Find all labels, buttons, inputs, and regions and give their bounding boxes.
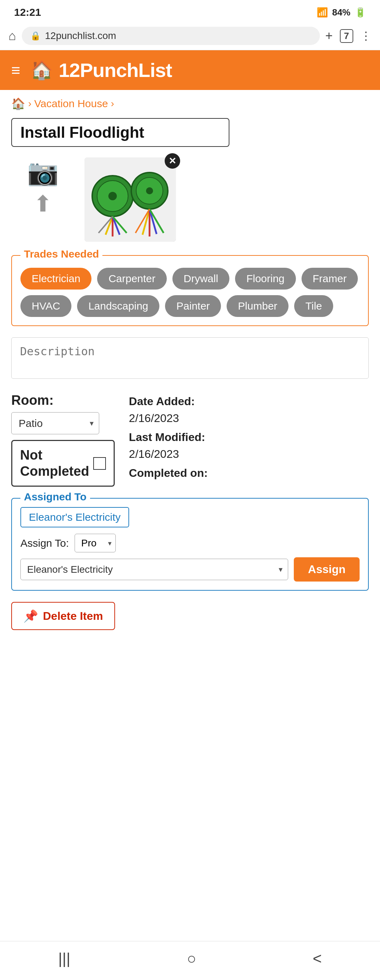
hamburger-icon[interactable]: ≡ (11, 62, 21, 78)
status-time: 12:21 (14, 6, 41, 18)
image-section: 📷 ⬆ (0, 154, 380, 251)
assigned-to-label: Assigned To (21, 491, 90, 503)
image-thumbnail (85, 158, 176, 242)
status-icons: 📶 84% 🔋 (317, 7, 366, 18)
pro-select-wrapper: Pro DIY ▾ (75, 534, 116, 552)
nav-back[interactable]: < (313, 950, 322, 967)
breadcrumb-project[interactable]: Vacation House (34, 98, 108, 110)
browser-menu-icon[interactable]: ⋮ (360, 29, 372, 43)
svg-point-6 (146, 187, 153, 194)
browser-url-box[interactable]: 🔒 12punchlist.com (22, 27, 320, 45)
pushpin-icon: 📌 (23, 609, 38, 623)
camera-icon: 📷 (27, 158, 59, 187)
trades-chips-container: Electrician Carpenter Drywall Flooring F… (21, 268, 359, 317)
date-added-value: 2/16/2023 (129, 412, 179, 425)
app-logo: 🏠 12PunchList (30, 59, 172, 81)
assign-dropdown-row: Eleanor's Electricity Other Pro ▾ Assign (21, 557, 359, 582)
assign-to-text: Assign To: (21, 537, 69, 549)
battery-indicator: 84% (332, 7, 350, 18)
browser-tab-count[interactable]: 7 (340, 29, 353, 43)
browser-bar: ⌂ 🔒 12punchlist.com + 7 ⋮ (0, 22, 380, 50)
status-bar: 12:21 📶 84% 🔋 (0, 0, 380, 22)
description-section (0, 334, 380, 390)
trade-chip-flooring[interactable]: Flooring (235, 268, 295, 290)
breadcrumb-home-icon[interactable]: 🏠 (11, 97, 26, 110)
delete-item-label: Delete Item (43, 609, 103, 623)
room-column: Room: Patio Living Room Kitchen Bedroom … (11, 393, 115, 487)
browser-add-tab[interactable]: + (326, 29, 333, 43)
completed-on-row: Completed on: (129, 465, 369, 481)
trade-chip-tile[interactable]: Tile (294, 295, 333, 317)
date-added-row: Date Added: 2/16/2023 (129, 393, 369, 426)
trades-section: Trades Needed Electrician Carpenter Dryw… (11, 255, 369, 326)
task-title-input[interactable] (11, 118, 229, 147)
upload-icon: ⬆ (34, 191, 53, 217)
trade-chip-framer[interactable]: Framer (302, 268, 358, 290)
svg-point-3 (109, 192, 117, 200)
trades-section-label: Trades Needed (21, 248, 102, 260)
trade-chip-plumber[interactable]: Plumber (227, 295, 289, 317)
battery-icon: 🔋 (354, 7, 366, 18)
breadcrumb-sep-2: › (111, 98, 114, 109)
wifi-icon: 📶 (317, 7, 328, 18)
title-section (0, 114, 380, 154)
nav-home[interactable]: ○ (187, 950, 196, 967)
last-modified-row: Last Modified: 2/16/2023 (129, 429, 369, 462)
browser-actions: + 7 ⋮ (326, 29, 372, 43)
assigned-to-section: Assigned To Eleanor's Electricity Assign… (11, 498, 369, 591)
assign-button[interactable]: Assign (294, 557, 359, 582)
trade-chip-carpenter[interactable]: Carpenter (97, 268, 166, 290)
room-select[interactable]: Patio Living Room Kitchen Bedroom Bathro… (11, 412, 99, 434)
trade-chip-painter[interactable]: Painter (165, 295, 221, 317)
trade-chip-landscaping[interactable]: Landscaping (77, 295, 160, 317)
browser-home-icon[interactable]: ⌂ (8, 29, 16, 43)
trade-chip-electrician[interactable]: Electrician (21, 268, 91, 290)
image-remove-button[interactable]: ✕ (164, 153, 180, 169)
nav-recent-apps[interactable]: ||| (58, 950, 70, 967)
description-input[interactable] (11, 337, 369, 379)
logo-house-icon: 🏠 (30, 59, 53, 81)
completed-on-label: Completed on: (129, 467, 208, 479)
app-header: ≡ 🏠 12PunchList (0, 50, 380, 90)
assign-to-row: Assign To: Pro DIY ▾ (21, 534, 359, 552)
not-completed-text: NotCompleted (20, 447, 89, 479)
assign-dropdown[interactable]: Eleanor's Electricity Other Pro (21, 559, 288, 580)
app-logo-text: 12PunchList (59, 59, 172, 81)
last-modified-label: Last Modified: (129, 431, 205, 444)
last-modified-value: 2/16/2023 (129, 448, 179, 460)
trade-chip-hvac[interactable]: HVAC (21, 295, 72, 317)
lock-icon: 🔒 (30, 31, 41, 41)
completed-checkbox[interactable] (93, 457, 106, 470)
pro-select[interactable]: Pro DIY (75, 534, 116, 552)
upload-placeholder[interactable]: 📷 ⬆ (11, 158, 75, 217)
breadcrumb-sep-1: › (28, 98, 31, 109)
room-label: Room: (11, 393, 115, 408)
browser-url: 12punchlist.com (45, 30, 116, 41)
room-status-section: Room: Patio Living Room Kitchen Bedroom … (0, 390, 380, 495)
delete-item-button[interactable]: 📌 Delete Item (11, 602, 115, 630)
assigned-current-tag[interactable]: Eleanor's Electricity (21, 507, 129, 527)
date-added-label: Date Added: (129, 395, 195, 407)
room-select-wrapper: Patio Living Room Kitchen Bedroom Bathro… (11, 412, 99, 434)
bottom-nav: ||| ○ < (0, 941, 380, 980)
delete-section: 📌 Delete Item (0, 599, 380, 644)
trade-chip-drywall[interactable]: Drywall (172, 268, 229, 290)
assign-dropdown-wrapper: Eleanor's Electricity Other Pro ▾ (21, 559, 288, 580)
image-thumbnail-wrapper: ✕ (85, 158, 176, 242)
not-completed-box[interactable]: NotCompleted (11, 440, 115, 487)
dates-column: Date Added: 2/16/2023 Last Modified: 2/1… (129, 393, 369, 484)
breadcrumb: 🏠 › Vacation House › (0, 90, 380, 114)
